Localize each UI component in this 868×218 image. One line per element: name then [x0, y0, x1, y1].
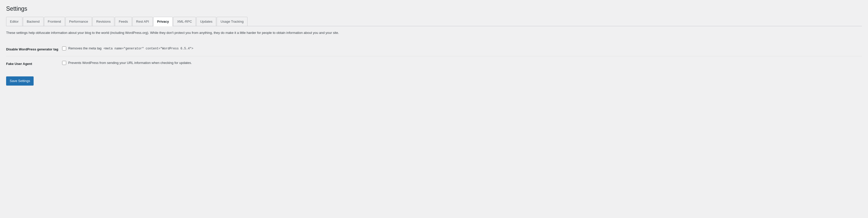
setting-control-disable-generator-tag: Removes the meta tag <meta name="generat…	[62, 46, 862, 51]
setting-control-fake-user-agent: Prevents WordPress from sending your URL…	[62, 60, 862, 66]
settings-rows: Disable WordPress generator tagRemoves t…	[6, 42, 862, 70]
save-settings-button[interactable]: Save Settings	[6, 76, 34, 86]
tab-performance[interactable]: Performance	[65, 17, 92, 27]
tab-rest-api[interactable]: Rest API	[132, 17, 153, 27]
setting-label-fake-user-agent: Fake User Agent	[6, 60, 62, 66]
code-snippet-disable-generator-tag: <meta name="generator" content="WordPres…	[102, 46, 194, 51]
tab-backend[interactable]: Backend	[23, 17, 43, 27]
content-area: These settings help obfuscate informatio…	[6, 30, 862, 85]
privacy-description: These settings help obfuscate informatio…	[6, 30, 862, 36]
tab-revisions[interactable]: Revisions	[92, 17, 114, 27]
tab-feeds[interactable]: Feeds	[115, 17, 132, 27]
tab-privacy[interactable]: Privacy	[153, 17, 173, 27]
checkbox-disable-generator-tag[interactable]	[62, 46, 66, 51]
setting-label-disable-generator-tag: Disable WordPress generator tag	[6, 46, 62, 52]
page-title: Settings	[6, 5, 862, 13]
tabs-container: EditorBackendFrontendPerformanceRevision…	[6, 17, 862, 27]
checkbox-fake-user-agent[interactable]	[62, 61, 66, 65]
tab-xml-rpc[interactable]: XML-RPC	[173, 17, 196, 27]
setting-description-fake-user-agent: Prevents WordPress from sending your URL…	[68, 60, 192, 66]
tab-usage-tracking[interactable]: Usage Tracking	[217, 17, 247, 27]
setting-description-disable-generator-tag: Removes the meta tag <meta name="generat…	[68, 46, 194, 51]
tab-editor[interactable]: Editor	[6, 17, 22, 27]
tab-frontend[interactable]: Frontend	[44, 17, 65, 27]
setting-row-disable-generator-tag: Disable WordPress generator tagRemoves t…	[6, 42, 862, 56]
setting-row-fake-user-agent: Fake User AgentPrevents WordPress from s…	[6, 56, 862, 70]
tab-updates[interactable]: Updates	[196, 17, 216, 27]
